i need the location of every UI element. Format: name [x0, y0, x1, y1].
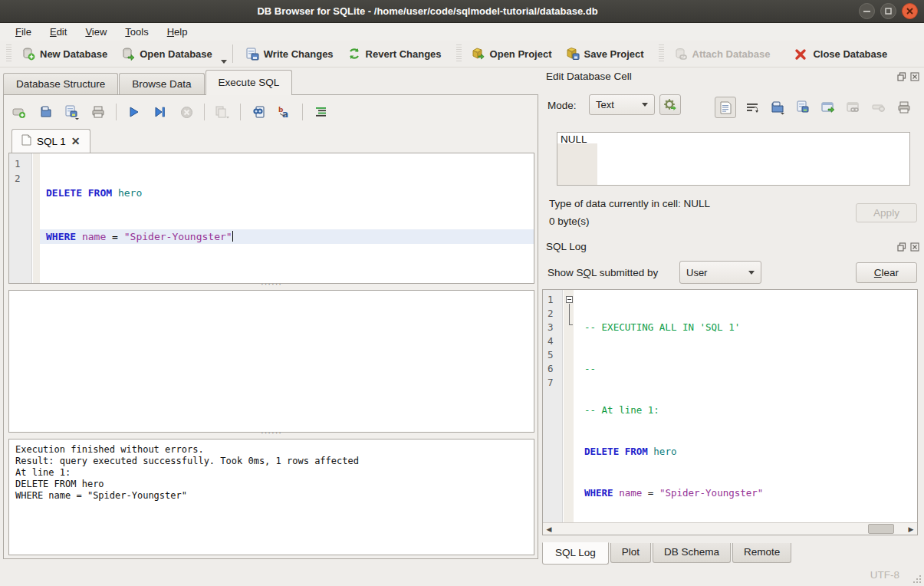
set-null-button: [869, 98, 889, 117]
open-sql-file-button[interactable]: [35, 101, 58, 123]
menu-edit[interactable]: Edit: [42, 25, 74, 39]
line-number-gutter: 1 2: [9, 153, 32, 283]
float-dock-icon[interactable]: [896, 242, 906, 252]
log-filter-select[interactable]: User: [679, 261, 761, 284]
save-sql-file-button[interactable]: [61, 101, 84, 123]
replace-button[interactable]: ba: [273, 101, 296, 123]
menu-file[interactable]: File: [8, 25, 39, 39]
chevron-down-icon: [642, 103, 648, 107]
fold-margin[interactable]: [564, 290, 574, 522]
auto-apply-button[interactable]: [659, 94, 681, 115]
menu-tools[interactable]: Tools: [117, 25, 156, 39]
editor-results-splitter[interactable]: [8, 284, 534, 290]
cell-type-info: Type of data currently in cell: NULL: [549, 198, 710, 209]
new-database-button[interactable]: New Database: [15, 44, 114, 64]
menu-view[interactable]: View: [77, 25, 114, 39]
text-mode-toggle[interactable]: [715, 97, 736, 118]
log-line-1: -- EXECUTING ALL IN 'SQL 1': [584, 321, 916, 334]
edit-cell-title: Edit Database Cell: [546, 71, 632, 82]
clear-log-button[interactable]: Clear: [856, 262, 917, 283]
format-sql-button[interactable]: [309, 101, 332, 123]
mode-label: Mode:: [547, 100, 577, 111]
toolbar-drag-handle[interactable]: [659, 44, 664, 63]
toolbar-drag-handle[interactable]: [6, 44, 12, 63]
cell-value-editor[interactable]: NULL: [557, 132, 910, 186]
save-project-button[interactable]: Save Project: [559, 44, 651, 64]
log-line-5: WHERE name = "Spider-Youngster": [584, 486, 916, 500]
left-panel: Database Structure Browse Data Execute S…: [0, 67, 541, 561]
log-line-number-gutter: 1234567: [543, 290, 563, 522]
open-database-icon: [121, 47, 135, 61]
open-database-button[interactable]: Open Database: [114, 44, 219, 64]
scrollbar-thumb[interactable]: [868, 524, 894, 534]
dock-tab-db-schema[interactable]: DB Schema: [653, 543, 731, 563]
results-grid-pane[interactable]: [8, 290, 534, 433]
edit-cell-dock-header: Edit Database Cell: [546, 71, 921, 86]
main-tab-bar: Database Structure Browse Data Execute S…: [3, 70, 293, 95]
sql-log-title: SQL Log: [546, 241, 587, 252]
open-in-external-app-button[interactable]: [818, 98, 838, 117]
menu-bar: File Edit View Tools Help: [0, 23, 924, 41]
sql-log-view[interactable]: 1234567 -- EXECUTING ALL IN 'SQL 1' -- -…: [542, 289, 918, 535]
close-tab-icon[interactable]: ✕: [71, 135, 81, 147]
close-dock-icon[interactable]: [909, 242, 919, 252]
attach-database-icon: [674, 47, 688, 61]
results-message-splitter[interactable]: [8, 433, 534, 439]
fold-marker-icon[interactable]: [566, 296, 573, 303]
float-dock-icon[interactable]: [896, 71, 906, 81]
dock-tab-remote[interactable]: Remote: [732, 543, 791, 563]
find-button[interactable]: [247, 101, 270, 123]
cell-editor-toolbar: [715, 97, 914, 118]
scroll-right-icon[interactable]: ▶: [905, 523, 917, 535]
import-cell-data-button[interactable]: [768, 98, 788, 117]
word-wrap-toggle[interactable]: [742, 98, 762, 117]
tab-execute-sql[interactable]: Execute SQL: [206, 70, 293, 95]
sql-code[interactable]: DELETE FROM hero WHERE name = "Spider-Yo…: [40, 153, 534, 283]
sql-editor[interactable]: 1 2 DELETE FROM hero WHERE name = "Spide…: [8, 153, 534, 284]
link-cell-button: [843, 98, 863, 117]
write-changes-button[interactable]: Write Changes: [238, 44, 340, 64]
maximize-button[interactable]: [880, 3, 896, 19]
write-changes-icon: [245, 47, 259, 61]
log-line-2: --: [584, 362, 916, 376]
new-sql-tab-button[interactable]: [8, 101, 31, 123]
dock-tab-bar: SQL Log Plot DB Schema Remote: [542, 543, 793, 564]
print-button[interactable]: [87, 101, 110, 123]
stop-button: [175, 101, 198, 123]
execution-message-pane[interactable]: Execution finished without errors. Resul…: [8, 439, 534, 555]
cell-value: NULL: [561, 133, 587, 145]
menu-help[interactable]: Help: [159, 25, 196, 39]
open-project-icon: [472, 47, 485, 61]
open-project-button[interactable]: Open Project: [465, 44, 559, 64]
horizontal-scrollbar[interactable]: ◀ ▶: [543, 522, 917, 535]
right-panel: Edit Database Cell Mode: Text: [541, 67, 924, 586]
open-database-dropdown-icon[interactable]: [221, 60, 227, 64]
scroll-left-icon[interactable]: ◀: [543, 523, 555, 535]
revert-changes-button[interactable]: Revert Changes: [340, 44, 449, 64]
print-cell-button[interactable]: [894, 98, 914, 117]
minimize-button[interactable]: [859, 3, 875, 19]
log-filter-label: Show SQL submitted by: [547, 267, 658, 278]
main-toolbar: New Database Open Database Write Changes…: [0, 41, 924, 67]
tab-browse-data[interactable]: Browse Data: [119, 73, 204, 95]
dock-tab-plot[interactable]: Plot: [610, 543, 651, 563]
dock-tab-sql-log[interactable]: SQL Log: [542, 542, 609, 565]
tab-database-structure[interactable]: Database Structure: [3, 73, 118, 95]
title-bar: DB Browser for SQLite - /home/user/code/…: [0, 0, 924, 23]
close-dock-icon[interactable]: [909, 71, 919, 81]
close-button[interactable]: [902, 3, 918, 19]
export-cell-data-button[interactable]: [793, 98, 813, 117]
mode-select[interactable]: Text: [589, 94, 655, 115]
toolbar-drag-handle[interactable]: [456, 44, 462, 63]
resize-grip[interactable]: [912, 574, 922, 584]
save-results-button: [211, 101, 234, 123]
execute-current-line-button[interactable]: [149, 101, 172, 123]
encoding-indicator[interactable]: UTF-8: [870, 569, 899, 581]
execute-all-button[interactable]: [123, 101, 146, 123]
log-line-3: -- At line 1:: [584, 403, 916, 417]
chevron-down-icon: [748, 271, 755, 275]
sql-1-tab[interactable]: SQL 1 ✕: [12, 129, 90, 153]
svg-text:a: a: [282, 109, 288, 119]
close-database-button[interactable]: Close Database: [788, 44, 894, 64]
sql-line-2-current: WHERE name = "Spider-Youngster": [40, 229, 534, 244]
